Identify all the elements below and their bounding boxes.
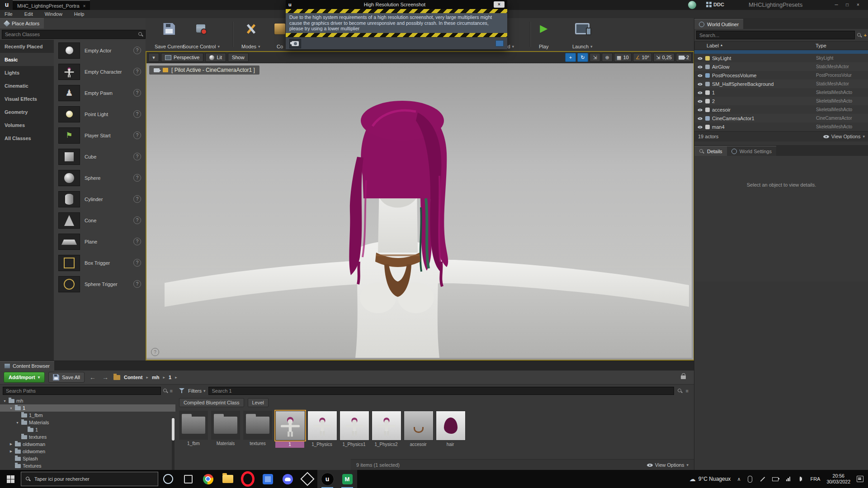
menu-window[interactable]: Window (45, 11, 62, 17)
view-options-button[interactable]: View Options ▾ (647, 462, 689, 468)
breadcrumb-1[interactable]: 1 (169, 375, 171, 380)
pilot-camera-icon[interactable] (154, 68, 160, 72)
visibility-eye-icon[interactable] (698, 73, 702, 78)
scrollbar[interactable] (172, 417, 175, 471)
play-button[interactable]: ▶ Play (536, 21, 551, 52)
category-all-classes[interactable]: All Classes (0, 131, 54, 145)
level-tab-close-icon[interactable]: × (83, 4, 86, 9)
back-button[interactable]: ← (88, 374, 97, 381)
tree-open-icon[interactable]: ▼ (9, 407, 13, 410)
dialog-close-button[interactable]: × (494, 1, 505, 8)
tab-content-browser[interactable]: Content Browser (0, 361, 54, 371)
category-visual-effects[interactable]: Visual Effects (0, 92, 54, 105)
tree-item-textures-root[interactable]: Textures (0, 462, 175, 469)
asset-hair[interactable]: hair (436, 411, 465, 448)
battery-icon[interactable] (772, 476, 778, 482)
table-row-partial[interactable] (694, 50, 868, 54)
rotate-tool-icon[interactable]: ↻ (577, 53, 588, 62)
pilot-lock-icon[interactable] (163, 68, 168, 72)
list-item-box-trigger[interactable]: Box Trigger ? (54, 252, 146, 273)
tree-item-mh[interactable]: ▼ mh (0, 397, 175, 404)
visibility-eye-icon[interactable] (698, 116, 702, 121)
start-button[interactable] (0, 470, 21, 488)
tree-item-1[interactable]: ▼ 1 (0, 404, 175, 412)
tree-item-materials[interactable]: ▼ Materials (0, 419, 175, 426)
blue-app-button[interactable] (258, 470, 278, 488)
menu-file[interactable]: File (5, 11, 13, 17)
chip-level[interactable]: Level (248, 398, 269, 407)
category-lights[interactable]: Lights (0, 66, 54, 79)
asset-1-physics[interactable]: 1_Physics (307, 411, 336, 448)
category-recently-placed[interactable]: Recently Placed (0, 40, 54, 53)
sources-list-icon[interactable]: ≡ (170, 388, 173, 394)
tab-world-outliner[interactable]: World Outliner (694, 19, 743, 29)
category-geometry[interactable]: Geometry (0, 105, 54, 118)
lock-icon[interactable] (681, 375, 686, 379)
dialog-titlebar[interactable]: u High Resolution Screenshot × (286, 0, 507, 9)
camera-speed-button[interactable]: 2 (676, 53, 692, 62)
language-indicator[interactable]: FRA (810, 476, 820, 482)
category-cinematic[interactable]: Cinematic (0, 79, 54, 92)
column-label[interactable]: Label▴ (707, 43, 816, 48)
asset-folder-materials[interactable]: Materials (211, 411, 240, 448)
modes-button[interactable]: Modes▾ (239, 21, 263, 52)
tree-open-icon[interactable]: ▼ (15, 421, 19, 424)
cortana-button[interactable] (158, 470, 178, 488)
save-all-button[interactable]: Save All (48, 372, 85, 383)
clock[interactable]: 20:56 30/03/2022 (826, 473, 850, 485)
viewport-help-icon[interactable]: ? (151, 348, 159, 356)
tray-expand-icon[interactable]: ∧ (737, 476, 741, 482)
chip-compiled-blueprint-class[interactable]: Compiled Blueprint Class (179, 398, 244, 407)
scale-tool-icon[interactable]: ⇲ (590, 53, 600, 62)
weather-widget[interactable]: ☁ 9°C Nuageux (689, 475, 731, 483)
tree-item-oldwoman[interactable]: ▶ oldwoman (0, 441, 175, 448)
asset-search-input[interactable] (208, 387, 674, 395)
list-item-sphere[interactable]: Sphere ? (54, 167, 146, 188)
scrollbar-thumb[interactable] (172, 418, 175, 441)
breadcrumb-content[interactable]: Content (124, 375, 143, 380)
perspective-button[interactable]: Perspective (161, 53, 203, 62)
filter-funnel-icon[interactable] (179, 388, 185, 394)
translate-tool-icon[interactable]: + (565, 53, 576, 62)
add-import-button[interactable]: Add/Import ▾ (4, 372, 45, 383)
file-explorer-button[interactable] (218, 470, 238, 488)
list-item-empty-actor[interactable]: Empty Actor ? (54, 40, 146, 61)
visibility-eye-icon[interactable] (698, 125, 702, 129)
table-row[interactable]: AirGlow StaticMeshActor (694, 62, 868, 71)
lit-button[interactable]: Lit (205, 53, 226, 62)
level-tab[interactable]: MHC_LightingPreset_Portra × (13, 0, 90, 11)
list-item-cone[interactable]: Cone ? (54, 210, 146, 231)
breadcrumb-mh[interactable]: mh (152, 375, 160, 380)
asset-1-physics1[interactable]: 1_Physics1 (340, 411, 368, 448)
visibility-eye-icon[interactable] (698, 99, 702, 103)
forward-button[interactable]: → (101, 374, 110, 381)
outliner-search-input[interactable] (696, 31, 855, 39)
menu-edit[interactable]: Edit (24, 11, 33, 17)
notification-center-icon[interactable] (857, 476, 863, 482)
chrome-button[interactable] (198, 470, 218, 488)
list-item-plane[interactable]: Plane ? (54, 231, 146, 252)
tree-item-1-fbm[interactable]: 1_fbm (0, 412, 175, 419)
minimize-button[interactable]: ─ (832, 1, 841, 9)
show-button[interactable]: Show (228, 53, 249, 62)
filters-button[interactable]: Filters▾ (188, 388, 205, 394)
search-classes-input[interactable] (2, 32, 138, 37)
visibility-eye-icon[interactable] (698, 90, 702, 95)
network-icon[interactable] (785, 476, 791, 482)
table-row[interactable]: CineCameraActor1 CineCameraActor (694, 114, 868, 122)
menu-help[interactable]: Help (74, 11, 85, 17)
table-row[interactable]: 2 SkeletalMeshActo (694, 97, 868, 105)
category-volumes[interactable]: Volumes (0, 118, 54, 131)
table-row[interactable]: SkyLight SkyLight (694, 54, 868, 62)
launch-button[interactable]: Launch▾ (570, 21, 595, 52)
volume-icon[interactable] (797, 476, 804, 482)
tree-closed-icon[interactable]: ▶ (9, 442, 13, 446)
table-row[interactable]: 1 SkeletalMeshActo (694, 88, 868, 97)
list-item-empty-pawn[interactable]: ♟ Empty Pawn ? (54, 82, 146, 103)
asset-accesoir[interactable]: accesoir (404, 411, 433, 448)
pen-tray-icon[interactable] (760, 476, 766, 482)
viewport-scene[interactable] (146, 63, 692, 358)
view-settings-icon[interactable]: ≡ (686, 388, 689, 394)
tree-open-icon[interactable]: ▼ (3, 399, 7, 403)
table-row[interactable]: accesoir SkeletalMeshActo (694, 105, 868, 114)
